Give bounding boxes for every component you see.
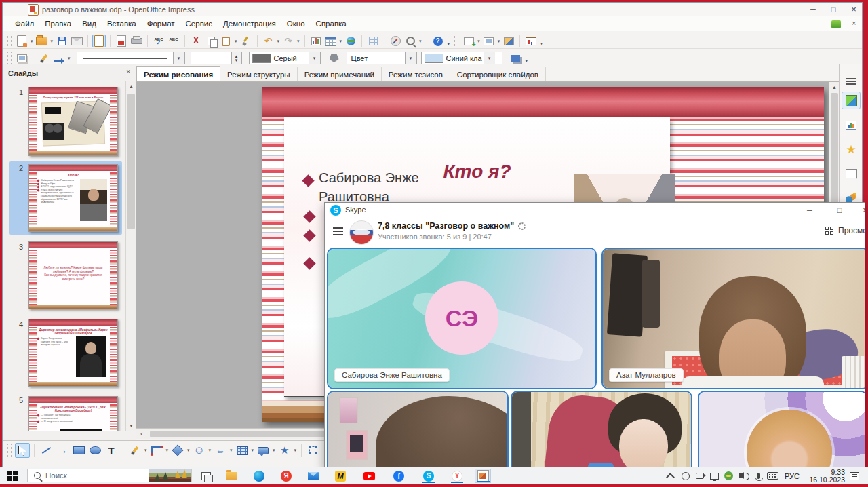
maximize-button[interactable]: □ <box>825 3 842 16</box>
video-tile-participant[interactable] <box>511 391 692 470</box>
close-button[interactable]: × <box>845 3 863 16</box>
minimize-button[interactable]: ─ <box>804 3 822 16</box>
tab-slide-sorter[interactable]: Сортировщик слайдов <box>450 67 546 81</box>
toolbar-grip[interactable] <box>454 35 458 47</box>
yandex-search-icon[interactable]: Я <box>278 469 294 483</box>
scroll-down-icon[interactable]: ▼ <box>126 421 136 430</box>
call-settings-gear-icon[interactable] <box>518 222 526 230</box>
hidden-icons-chevron[interactable] <box>662 469 678 483</box>
zoom-icon[interactable] <box>403 35 417 47</box>
call-avatar-icon[interactable] <box>349 220 374 245</box>
task-view-icon[interactable] <box>198 469 214 483</box>
scroll-up-icon[interactable]: ▲ <box>829 82 840 92</box>
rectangle-tool-icon[interactable] <box>71 443 86 458</box>
impress-titlebar[interactable]: разговор о важном.odp - OpenOffice Impre… <box>3 3 862 16</box>
new-slide-icon[interactable] <box>462 35 475 47</box>
tab-notes-view[interactable]: Режим примечаний <box>298 67 382 81</box>
menu-insert[interactable]: Вставка <box>102 18 142 30</box>
menu-edit[interactable]: Правка <box>39 18 77 30</box>
redo-icon[interactable]: ↷ <box>281 35 295 47</box>
sidebar-menu-icon[interactable] <box>842 70 861 87</box>
stars-icon[interactable]: ★ <box>277 443 292 458</box>
facebook-icon[interactable]: f <box>391 469 407 483</box>
skype-maximize-button[interactable]: □ <box>831 204 848 216</box>
shadow-icon[interactable] <box>509 52 523 65</box>
open-icon[interactable] <box>35 35 49 47</box>
tab-handout-view[interactable]: Режим тезисов <box>382 67 450 81</box>
scroll-up-icon[interactable]: ▲ <box>126 81 136 91</box>
help-icon[interactable]: ? <box>431 35 445 47</box>
sidebar-properties-icon[interactable] <box>842 92 861 109</box>
menu-slideshow[interactable]: Демонстрация <box>218 18 281 30</box>
start-slideshow-icon[interactable] <box>524 35 538 47</box>
impress-taskbar-icon[interactable] <box>475 469 491 483</box>
youtube-icon[interactable] <box>361 469 377 483</box>
video-tile-participant[interactable]: Азат Муллаяров <box>601 248 865 389</box>
cut-icon[interactable] <box>189 35 203 47</box>
line-style-pen-icon[interactable] <box>37 52 51 65</box>
insert-table-icon[interactable] <box>324 35 338 47</box>
save-icon[interactable] <box>55 35 68 47</box>
slide-design-icon[interactable] <box>502 35 515 47</box>
search-box[interactable]: Поиск <box>27 469 192 482</box>
document-restore-icon[interactable] <box>831 20 841 28</box>
symbol-shapes-icon[interactable]: ☺ <box>192 443 207 458</box>
insert-chart-icon[interactable] <box>309 35 323 47</box>
line-width-spinner[interactable]: ▲▼ <box>191 52 242 65</box>
menu-view[interactable]: Вид <box>77 18 102 30</box>
skype-menu-icon[interactable] <box>333 227 343 229</box>
menu-window[interactable]: Окно <box>281 18 311 30</box>
spellcheck-icon[interactable]: ABC✓ <box>152 35 165 47</box>
fill-color-select[interactable]: Синий кла▾ <box>421 52 502 65</box>
flowchart-icon[interactable] <box>235 443 250 458</box>
slides-panel-scrollbar[interactable]: ▲ ▼ <box>125 81 137 431</box>
sidebar-slide-transition-icon[interactable] <box>842 116 861 134</box>
video-tile-participant[interactable] <box>698 391 865 470</box>
toolbar-grip[interactable] <box>7 444 12 457</box>
arrow-tool-icon[interactable]: → <box>55 443 70 458</box>
clock[interactable]: 9:33 16.10.2023 <box>806 469 845 484</box>
view-toggle[interactable]: Просмотр <box>825 226 865 235</box>
menu-tools[interactable]: Сервис <box>180 18 218 30</box>
slide-thumbnail-5[interactable]: «Приключения Электроника» (1979 г., реж.… <box>28 396 118 431</box>
tab-outline-view[interactable]: Режим структуры <box>220 67 298 81</box>
fill-bucket-icon[interactable] <box>328 52 341 65</box>
arrow-ends-icon[interactable] <box>52 52 66 65</box>
menu-file[interactable]: Файл <box>9 18 39 30</box>
slides-panel-close-icon[interactable]: × <box>126 67 130 75</box>
line-color-select[interactable]: Серый▾ <box>249 52 321 65</box>
ellipse-tool-icon[interactable] <box>87 443 102 458</box>
file-explorer-icon[interactable] <box>224 469 240 483</box>
new-document-icon[interactable] <box>15 35 28 47</box>
edit-file-icon[interactable] <box>92 35 106 47</box>
slide-thumbnail-1[interactable]: По ту сторону экрана. 115 лет кино в Рос… <box>28 87 118 156</box>
select-tool-icon[interactable] <box>15 443 30 458</box>
navigator-icon[interactable] <box>389 35 402 47</box>
auto-spellcheck-icon[interactable]: ABC~~~ <box>167 35 180 47</box>
toolbar-grip[interactable] <box>7 52 12 65</box>
display-grid-icon[interactable] <box>366 35 380 47</box>
properties-dialog-icon[interactable] <box>15 52 28 65</box>
slide-thumbnail-2[interactable]: Кто я? Сабирова Энже Рашитовна Живу в Уф… <box>28 164 118 232</box>
slide-layout-icon[interactable] <box>482 35 496 47</box>
line-style-select[interactable]: ▾ <box>77 52 185 65</box>
curve-tool-icon[interactable] <box>127 443 142 458</box>
paste-icon[interactable] <box>219 35 233 47</box>
m-app-icon[interactable]: M <box>332 469 349 483</box>
skype-titlebar[interactable]: S Skype ─ □ × <box>325 203 865 218</box>
toolbar-overflow-icon[interactable]: ▾ <box>448 41 450 47</box>
notification-center-icon[interactable] <box>846 469 863 483</box>
start-button[interactable] <box>4 469 20 483</box>
close-document-icon[interactable]: × <box>852 19 856 27</box>
slide-thumbnail-4[interactable]: Директор киноконцерна «Мосфильм» Карен Г… <box>28 319 118 387</box>
video-tile-presenter[interactable]: СЭ Сабирова Энже Рашитовна <box>327 248 597 389</box>
search-highlight-image[interactable] <box>149 469 191 482</box>
print-icon[interactable] <box>130 35 143 47</box>
clone-formatting-icon[interactable] <box>239 35 253 47</box>
undo-icon[interactable]: ↶ <box>262 35 275 47</box>
keyboard-tray-icon[interactable] <box>764 469 781 483</box>
volume-tray-icon[interactable] <box>734 469 751 483</box>
toolbar-grip[interactable] <box>7 35 12 47</box>
menu-format[interactable]: Формат <box>142 18 180 30</box>
scroll-left-icon[interactable]: ‹ <box>140 429 143 437</box>
